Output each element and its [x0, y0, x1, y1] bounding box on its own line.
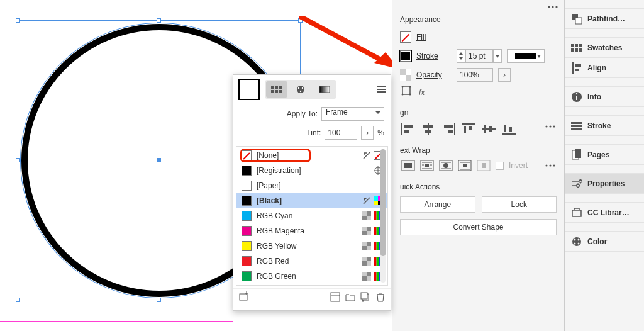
svg-rect-63 — [579, 44, 582, 47]
wrap-next-icon[interactable] — [477, 160, 491, 171]
delete-swatch-icon[interactable] — [375, 292, 386, 302]
stroke-style-select[interactable] — [507, 49, 545, 63]
swatch-item-magenta[interactable]: RGB Magenta — [236, 223, 387, 238]
opacity-input[interactable]: 100% — [457, 68, 493, 82]
svg-point-35 — [545, 125, 547, 127]
tab-info[interactable]: Info — [565, 87, 644, 107]
tab-stroke[interactable]: Stroke — [565, 116, 644, 136]
align-bottom-icon[interactable] — [502, 123, 516, 135]
svg-marker-7 — [496, 55, 499, 58]
swatch-item-red[interactable]: RGB Red — [236, 254, 387, 269]
grid-tab-icon[interactable] — [266, 81, 287, 98]
align-hcenter-icon[interactable] — [421, 123, 435, 135]
right-tab-bar: Pathfind… Swatches Align Info Stroke Pag… — [564, 0, 644, 331]
svg-rect-18 — [404, 125, 413, 128]
tint-input[interactable]: 100 — [325, 126, 357, 140]
svg-rect-119 — [362, 242, 367, 246]
align-left-icon[interactable] — [401, 123, 415, 135]
handle-bc[interactable] — [157, 298, 161, 302]
palette-tab-icon[interactable] — [290, 81, 311, 98]
opacity-label[interactable]: Opacity — [416, 70, 452, 79]
align-buttons — [400, 123, 557, 135]
stroke-label[interactable]: Stroke — [416, 52, 452, 60]
handle-tc[interactable] — [157, 18, 161, 23]
align-more-icon[interactable] — [545, 123, 555, 135]
swatch-item-black[interactable]: [Black] — [236, 193, 387, 208]
handle-tr[interactable] — [298, 18, 303, 23]
textwrap-title: ext Wrap — [400, 146, 557, 155]
svg-point-16 — [409, 94, 411, 96]
stroke-swatch-icon[interactable] — [400, 50, 411, 62]
svg-rect-84 — [271, 86, 274, 89]
properties-panel: Appearance Fill Stroke 15 pt Opacity 100… — [392, 0, 564, 331]
align-top-icon[interactable] — [462, 123, 475, 135]
apply-to-select[interactable]: Frame — [321, 107, 384, 121]
svg-rect-95 — [377, 86, 386, 87]
swatch-item-yellow[interactable]: RGB Yellow — [236, 238, 387, 254]
svg-rect-62 — [575, 44, 578, 47]
tab-pages[interactable]: Pages — [565, 145, 644, 165]
gradient-tab-icon[interactable] — [314, 81, 335, 98]
svg-point-82 — [574, 242, 576, 244]
svg-rect-12 — [402, 87, 410, 94]
handle-tl[interactable] — [16, 18, 20, 23]
invert-checkbox[interactable] — [496, 162, 504, 170]
swatch-list: [None] [Registration] [Paper] [Black] RG… — [236, 146, 388, 286]
tab-align[interactable]: Align — [565, 58, 644, 78]
fill-swatch-icon[interactable] — [400, 31, 411, 43]
fx-button[interactable]: fx — [419, 88, 425, 97]
svg-point-79 — [572, 237, 581, 246]
tint-slider-icon[interactable]: › — [361, 126, 374, 140]
scrollbar-thumb[interactable] — [380, 149, 386, 256]
wrap-bbox-icon[interactable] — [420, 160, 434, 171]
svg-point-83 — [578, 242, 580, 244]
opacity-more-icon[interactable]: › — [498, 68, 511, 82]
stroke-weight-input[interactable]: 15 pt — [457, 49, 502, 63]
svg-rect-114 — [367, 231, 371, 235]
swatch-menu-icon[interactable] — [377, 86, 386, 93]
svg-rect-142 — [361, 293, 367, 299]
swatch-item-paper[interactable]: [Paper] — [236, 178, 387, 193]
cyan-swatch-icon — [242, 211, 252, 221]
svg-point-81 — [578, 238, 580, 240]
handle-center[interactable] — [157, 158, 161, 162]
swatch-item-cyan[interactable]: RGB Cyan — [236, 208, 387, 223]
svg-point-37 — [553, 125, 555, 127]
wrap-jump-icon[interactable] — [458, 160, 472, 171]
tab-swatches[interactable]: Swatches — [565, 38, 644, 58]
new-swatch-icon[interactable] — [360, 292, 370, 302]
new-group-icon[interactable] — [238, 291, 250, 303]
corner-options-icon[interactable] — [401, 86, 411, 96]
handle-ml[interactable] — [16, 158, 20, 162]
swatch-item-none[interactable]: [None] — [236, 148, 387, 163]
fill-label[interactable]: Fill — [416, 33, 426, 42]
libraries-icon[interactable] — [330, 292, 340, 302]
svg-rect-120 — [367, 246, 371, 250]
wrap-more-icon[interactable] — [545, 162, 555, 169]
arrange-button[interactable]: Arrange — [400, 196, 475, 213]
paper-swatch-icon — [242, 181, 252, 191]
svg-rect-115 — [374, 227, 377, 235]
appearance-title: Appearance — [400, 15, 557, 24]
svg-rect-28 — [469, 126, 472, 130]
convert-shape-button[interactable]: Convert Shape — [400, 219, 557, 235]
panel-menu-icon[interactable] — [548, 4, 558, 10]
wrap-none-icon[interactable] — [401, 160, 415, 171]
scrollbar[interactable] — [380, 149, 386, 283]
new-folder-icon[interactable] — [345, 292, 355, 302]
lock-button[interactable]: Lock — [482, 196, 557, 213]
apply-to-label: Apply To: — [287, 109, 318, 118]
tab-pathfinder[interactable]: Pathfind… — [565, 9, 644, 29]
align-right-icon[interactable] — [441, 123, 455, 135]
tab-color[interactable]: Color — [565, 232, 644, 252]
swatch-item-registration[interactable]: [Registration] — [236, 163, 387, 178]
tab-properties[interactable]: Properties — [565, 174, 644, 194]
active-stroke-chip[interactable] — [238, 79, 260, 100]
tab-cclibraries[interactable]: CC Librar… — [565, 203, 644, 223]
opacity-swatch-icon — [400, 69, 411, 81]
green-swatch-icon — [242, 271, 252, 281]
swatch-item-green[interactable]: RGB Green — [236, 269, 387, 284]
align-vcenter-icon[interactable] — [482, 123, 496, 135]
handle-bl[interactable] — [16, 298, 20, 302]
wrap-shape-icon[interactable] — [439, 160, 453, 171]
